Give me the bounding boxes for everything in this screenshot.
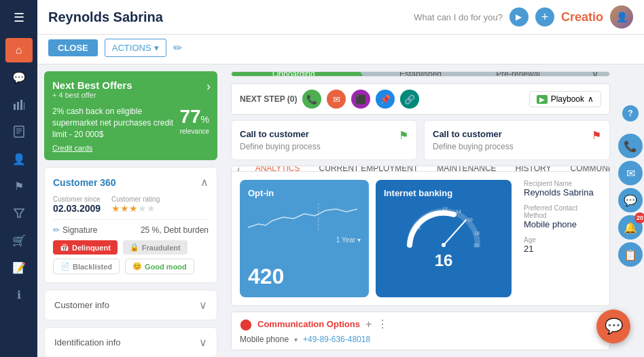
nbo-subtitle: + 4 best offer xyxy=(52,91,132,99)
notification-badge-count: 20 xyxy=(634,212,644,223)
flag-icon-1[interactable]: ⚑ xyxy=(399,129,408,142)
sidebar-item-filter[interactable] xyxy=(5,201,33,225)
tab-analytics[interactable]: ANALYTICS xyxy=(246,166,310,171)
analytics-content: Opt-in 1 Year ▾ 420 Internet banking xyxy=(231,171,610,306)
smile-icon: 😊 xyxy=(132,262,142,271)
customer-info-header[interactable]: Customer info ∨ xyxy=(45,290,217,320)
play-button[interactable]: ▶ xyxy=(509,7,529,26)
comm-type-chevron[interactable]: ▾ xyxy=(294,336,298,343)
sidebar-item-reports[interactable] xyxy=(5,119,33,144)
sidebar-item-user[interactable]: 👤 xyxy=(5,147,33,171)
action-email-button[interactable]: ✉ xyxy=(327,90,346,109)
gauge-container: 4 8 10 12 14 16 18 20 xyxy=(384,201,503,248)
identification-chevron: ∨ xyxy=(199,336,207,349)
rs-email-icon[interactable]: ✉ xyxy=(618,161,643,185)
tab-communication[interactable]: COMMUNICATION CHANNELS xyxy=(561,166,610,171)
rating-field: Customer rating ★★★★★ xyxy=(111,195,160,214)
sidebar-item-flag[interactable]: ⚑ xyxy=(5,174,33,198)
flag-icon-2[interactable]: ⚑ xyxy=(592,129,601,142)
tabs-row: ‹ ANALYTICS CURRENT EMPLOYMENT MAINTENAN… xyxy=(231,166,610,171)
tab-history[interactable]: HISTORY xyxy=(506,166,561,171)
customer360-card: Customer 360 ∧ Customer since 02.03.2009… xyxy=(44,167,217,283)
opt-in-period[interactable]: 1 Year ▾ xyxy=(248,236,361,244)
contact-method-field: Preferred Contact Method Mobile phone xyxy=(524,204,596,229)
identification-info-header[interactable]: Identification info ∨ xyxy=(45,328,217,357)
contact-method-label: Preferred Contact Method xyxy=(524,204,596,219)
svg-rect-1 xyxy=(17,102,19,110)
c360-chevron-icon[interactable]: ∧ xyxy=(200,176,209,189)
progress-bar: Onboarding Established Pre-renewal ∨ xyxy=(231,71,610,77)
lock-icon: 🔒 xyxy=(130,243,139,252)
customer-name: Reynolds Sabrina xyxy=(48,10,163,25)
tab-maintenance[interactable]: MAINTENANCE xyxy=(427,166,505,171)
comm-phone-value: +49-89-636-48018 xyxy=(303,335,370,344)
customer-info-title: Customer info xyxy=(54,300,109,310)
action-pin-button[interactable]: 📌 xyxy=(376,90,395,109)
action-call-button[interactable]: 📞 xyxy=(302,90,321,109)
rating-stars: ★★★★★ xyxy=(111,203,160,214)
rs-chat-icon[interactable]: 💬 xyxy=(618,188,643,212)
rs-tasks-icon[interactable]: 📋 xyxy=(618,242,643,267)
age-label: Age xyxy=(524,236,596,244)
nbo-offer-row: 2% cash back on eligible supermarket net… xyxy=(52,106,209,140)
debt-label: 25 %, Debt burden xyxy=(141,225,209,235)
rs-phone-icon[interactable]: 📞 xyxy=(618,134,643,158)
edit-icon[interactable]: ✏ xyxy=(173,41,182,54)
chat-bubble-icon: 💬 xyxy=(605,318,623,335)
chat-bubble-button[interactable]: 💬 xyxy=(596,309,630,343)
call-cards: Call to customer ⚑ Define buying process… xyxy=(231,120,610,160)
svg-text:14: 14 xyxy=(456,209,461,214)
identification-info-section: Identification info ∨ xyxy=(44,327,217,357)
opt-in-card: Opt-in 1 Year ▾ 420 xyxy=(240,180,369,297)
rs-notification-icon[interactable]: 🔔 20 xyxy=(618,215,643,240)
sidebar-item-analytics[interactable] xyxy=(5,92,33,117)
badge-label-mood: Good mood xyxy=(145,263,187,271)
step-onboarding[interactable]: Onboarding xyxy=(232,71,356,77)
badge-blacklisted: 📄 Blacklisted xyxy=(53,259,120,274)
badge-goodmood: 😊 Good mood xyxy=(125,259,194,274)
playbook-button[interactable]: ▶ Playbook ∧ xyxy=(529,91,601,107)
close-button[interactable]: CLOSE xyxy=(48,39,98,56)
recipient-name-label: Recipient Name xyxy=(524,180,596,187)
help-icon[interactable]: ? xyxy=(622,105,639,121)
comm-add-icon[interactable]: + xyxy=(365,318,372,331)
svg-text:16: 16 xyxy=(467,217,473,222)
action-chat-button[interactable]: ⬛ xyxy=(351,90,370,109)
svg-text:4: 4 xyxy=(408,243,411,248)
svg-point-19 xyxy=(442,243,446,247)
tab-prev-button[interactable]: ‹ xyxy=(232,166,246,171)
sidebar-item-cart[interactable]: 🛒 xyxy=(5,228,33,252)
call-title-1: Call to customer xyxy=(240,129,309,139)
actions-chevron: ▾ xyxy=(154,43,159,53)
step-onboarding-label: Onboarding xyxy=(272,71,315,77)
sidebar-item-chat[interactable]: 💬 xyxy=(5,65,33,90)
sidebar-item-notes[interactable]: 📝 xyxy=(5,255,33,280)
age-field: Age 21 xyxy=(524,236,596,254)
svg-text:12: 12 xyxy=(442,206,448,211)
tab-employment[interactable]: CURRENT EMPLOYMENT xyxy=(309,166,427,171)
ib-number: 16 xyxy=(384,251,503,270)
playbook-chevron: ∧ xyxy=(588,94,594,104)
sidebar-item-info[interactable]: ℹ xyxy=(5,282,33,307)
step-established[interactable]: Established xyxy=(356,71,483,77)
add-button[interactable]: + xyxy=(535,7,554,26)
nbo-link[interactable]: Credit cards xyxy=(52,144,209,152)
step-prerenewal[interactable]: Pre-renewal ∨ xyxy=(482,71,609,77)
actions-button[interactable]: ACTIONS ▾ xyxy=(105,39,166,57)
comm-more-icon[interactable]: ⋮ xyxy=(377,318,388,331)
nbo-percent-sign: % xyxy=(201,114,209,125)
svg-text:20: 20 xyxy=(473,243,479,248)
call-card-1: Call to customer ⚑ Define buying process xyxy=(231,120,417,160)
signature-text: Signature xyxy=(62,225,97,235)
call-desc-2: Define buying process xyxy=(433,142,601,151)
action-link-button[interactable]: 🔗 xyxy=(400,90,419,109)
hamburger-icon[interactable]: ☰ xyxy=(5,5,33,30)
nbo-chevron-icon[interactable]: › xyxy=(207,79,211,94)
nbo-relevance: 77% relevance xyxy=(179,106,209,135)
svg-text:8: 8 xyxy=(418,225,421,230)
sidebar-item-home[interactable]: ⌂ xyxy=(5,38,33,62)
rating-label: Customer rating xyxy=(111,195,160,203)
call-desc-1: Define buying process xyxy=(240,142,408,151)
badge-delinquent: 📅 Delinquent xyxy=(53,240,118,255)
communication-section: ⬤ Communication Options + ⋮ Mobile phone… xyxy=(231,312,610,350)
